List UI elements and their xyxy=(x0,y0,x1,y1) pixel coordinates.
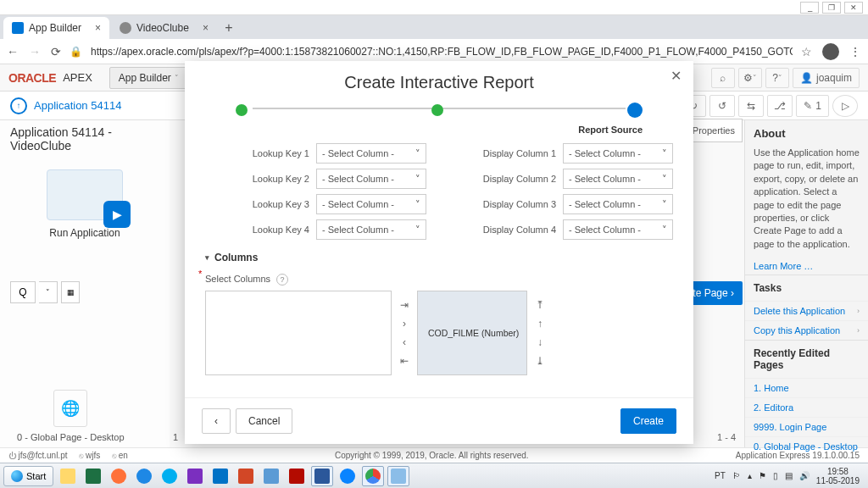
tray-flag-icon[interactable]: 🏳 xyxy=(732,471,741,480)
nav-reload-icon[interactable]: ⟳ xyxy=(51,45,61,58)
nav-forward-icon[interactable]: → xyxy=(29,45,41,58)
taskbar-onenote-icon[interactable] xyxy=(184,466,206,486)
columns-section-toggle[interactable]: ▾ Columns xyxy=(205,252,673,263)
tool-undo-icon[interactable]: ↺ xyxy=(709,95,735,117)
columns-heading: Columns xyxy=(214,252,258,263)
shuttle-move-right-icon[interactable]: › xyxy=(397,316,412,331)
learn-more-link[interactable]: Learn More … xyxy=(745,258,868,274)
status-lang[interactable]: en xyxy=(112,451,128,460)
select-display-col-2[interactable]: - Select Column -˅ xyxy=(563,169,673,189)
taskbar-firefox-icon[interactable] xyxy=(108,466,130,486)
select-lookup-key-1[interactable]: - Select Column -˅ xyxy=(316,143,426,164)
tool-run-icon[interactable]: ▷ xyxy=(832,95,858,117)
shuttle-move-down-icon[interactable]: ↓ xyxy=(532,335,548,350)
dialog-close-icon[interactable]: ✕ xyxy=(670,68,682,84)
tray-network-icon[interactable]: ▤ xyxy=(785,471,793,480)
taskbar-thunderbird-icon[interactable] xyxy=(337,466,359,486)
shuttle-move-all-left-icon[interactable]: ⇤ xyxy=(397,353,412,369)
browser-tab-appbuilder[interactable]: App Builder × xyxy=(3,17,109,39)
wizard-back-button[interactable]: ‹ xyxy=(202,408,231,434)
shuttle-move-up-icon[interactable]: ↑ xyxy=(532,316,548,331)
label-lookup-key-1: Lookup Key 1 xyxy=(229,148,309,158)
taskbar-powerpoint-icon[interactable] xyxy=(235,466,257,486)
shuttle-move-bottom-icon[interactable]: ⤓ xyxy=(532,353,548,369)
tool-branch-icon[interactable]: ⎇ xyxy=(767,95,793,117)
bookmark-icon[interactable]: ☆ xyxy=(801,45,812,58)
select-lookup-key-4[interactable]: - Select Column -˅ xyxy=(316,219,426,240)
shuttle-move-all-right-icon[interactable]: ⇥ xyxy=(397,297,412,313)
tray-action-center-icon[interactable]: ⚑ xyxy=(759,471,766,480)
status-user[interactable]: jfs@fct.unl.pt xyxy=(8,451,67,460)
help-icon[interactable]: ?˅ xyxy=(765,68,789,88)
shuttle-move-top-icon[interactable]: ⤒ xyxy=(532,297,548,313)
view-toggle-icon[interactable]: ▦ xyxy=(61,281,80,303)
about-text: Use the Application home page to run, ed… xyxy=(745,147,868,258)
taskbar-explorer-icon[interactable] xyxy=(57,466,79,486)
taskbar-sqldev-icon[interactable] xyxy=(387,466,409,486)
shuttle-selected[interactable]: COD_FILME (Number)NOME_FILME (Varchar2)A… xyxy=(417,291,527,375)
cancel-button[interactable]: Cancel xyxy=(236,408,292,434)
taskbar-chrome-icon[interactable] xyxy=(362,466,384,486)
win-minimize[interactable]: ⎯ xyxy=(800,2,819,14)
tray-lang[interactable]: PT xyxy=(715,471,726,480)
tray-clock[interactable]: 19:58 11-05-2019 xyxy=(816,467,860,485)
new-tab-button[interactable]: + xyxy=(219,20,239,39)
breadcrumb-app[interactable]: Application 54114 xyxy=(34,99,121,112)
search-dropdown-icon[interactable]: ˅ xyxy=(39,281,58,303)
close-tab-icon[interactable]: × xyxy=(95,22,101,34)
shuttle-option[interactable]: COD_FILME (Number) xyxy=(423,327,524,339)
recent-page-login[interactable]: 9999. Login Page xyxy=(745,417,868,436)
taskbar-ie-icon[interactable] xyxy=(133,466,155,486)
tray-up-icon[interactable]: ▴ xyxy=(748,471,752,480)
nav-back-icon[interactable]: ← xyxy=(7,45,19,58)
admin-icon[interactable]: ⚙˅ xyxy=(738,68,762,88)
page-card-one[interactable]: 1 xyxy=(173,432,178,442)
system-tray: PT 🏳 ▴ ⚑ ▯ ▤ 🔊 19:58 11-05-2019 xyxy=(715,467,865,485)
search-icon[interactable]: ⌕ xyxy=(711,68,735,88)
shuttle-available[interactable] xyxy=(205,291,392,375)
up-nav-icon[interactable]: ↑ xyxy=(10,97,27,114)
profile-avatar-icon[interactable] xyxy=(822,43,839,60)
win-close[interactable]: ✕ xyxy=(844,2,863,14)
taskbar-outlook-icon[interactable] xyxy=(209,466,231,486)
select-display-col-3[interactable]: - Select Column -˅ xyxy=(563,194,673,214)
start-button[interactable]: Start xyxy=(3,466,53,486)
menu-app-builder[interactable]: App Builder˅ xyxy=(109,67,188,89)
recent-page-global[interactable]: 0. Global Page - Desktop xyxy=(745,436,868,456)
tray-battery-icon[interactable]: ▯ xyxy=(773,471,778,480)
taskbar-excel-icon[interactable] xyxy=(82,466,104,486)
user-menu[interactable]: 👤joaquim xyxy=(793,68,860,88)
task-delete-app[interactable]: Delete this Application› xyxy=(745,301,868,320)
select-lookup-key-2[interactable]: - Select Column -˅ xyxy=(316,169,426,189)
select-display-col-1[interactable]: - Select Column -˅ xyxy=(563,143,673,164)
help-icon[interactable]: ? xyxy=(276,274,288,286)
taskbar-word-icon[interactable] xyxy=(311,466,333,486)
browser-tab-videoclube[interactable]: VideoClube × xyxy=(111,17,217,39)
tray-volume-icon[interactable]: 🔊 xyxy=(799,471,810,480)
recent-page-editora[interactable]: 2. Editora xyxy=(745,397,868,417)
run-application-card[interactable]: ▶ Run Application xyxy=(10,169,159,239)
taskbar-snip-icon[interactable] xyxy=(260,466,282,486)
close-tab-icon[interactable]: × xyxy=(203,22,209,34)
recent-page-home[interactable]: 1. Home xyxy=(745,378,868,397)
menu-label: App Builder xyxy=(119,72,171,84)
shuttle-move-left-icon[interactable]: ‹ xyxy=(397,335,412,350)
shuttle-option[interactable]: NOME_FILME (Varchar2) xyxy=(524,327,527,339)
status-workspace[interactable]: wjfs xyxy=(79,451,100,460)
page-search-input[interactable]: Q xyxy=(10,281,36,303)
page-card-global[interactable]: 🌐 0 - Global Page - Desktop xyxy=(17,390,125,442)
url-text[interactable]: https://apex.oracle.com/pls/apex/f?p=400… xyxy=(91,46,793,58)
win-maximize[interactable]: ❐ xyxy=(822,2,841,14)
kebab-menu-icon[interactable]: ⋮ xyxy=(849,45,861,58)
create-button[interactable]: Create xyxy=(620,408,676,434)
taskbar-pdf-icon[interactable] xyxy=(286,466,308,486)
lock-icon[interactable]: 🔒 xyxy=(70,46,82,58)
select-lookup-key-3[interactable]: - Select Column -˅ xyxy=(316,194,426,214)
about-heading: About xyxy=(745,120,868,147)
tool-merge-icon[interactable]: ⇆ xyxy=(738,95,764,117)
select-display-col-4[interactable]: - Select Column -˅ xyxy=(563,219,673,240)
task-copy-app[interactable]: Copy this Application› xyxy=(745,320,868,340)
tool-edit-page[interactable]: ✎1 xyxy=(796,95,829,117)
taskbar-skype-icon[interactable] xyxy=(159,466,181,486)
windows-taskbar: Start PT 🏳 ▴ ⚑ ▯ ▤ 🔊 19:58 11-05-2019 xyxy=(0,463,868,488)
